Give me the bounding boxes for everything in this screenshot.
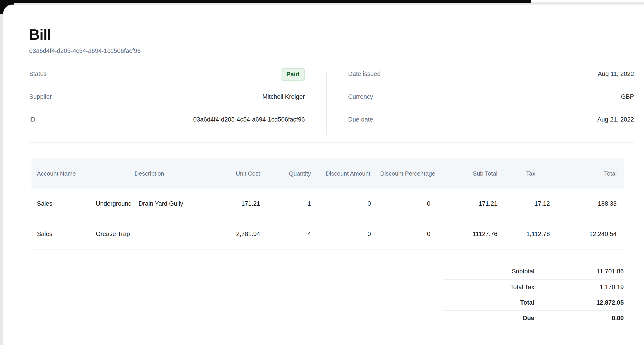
cell-tax: 17.12 — [504, 188, 557, 219]
total-tax-value: 1,170.19 — [534, 284, 624, 291]
subtotal-label: Subtotal — [443, 268, 534, 275]
date-issued-label: Date issued — [348, 70, 381, 78]
table-header-row: Account Name Description Unit Cost Quant… — [32, 158, 624, 188]
due-date-label: Due date — [348, 116, 373, 123]
status-label: Status — [29, 70, 47, 78]
total-tax-label: Total Tax — [443, 284, 534, 291]
divider-details-bottom — [29, 142, 634, 142]
supplier-value: Mitchell Kreiger — [262, 93, 305, 100]
cell-account-name: Sales — [32, 219, 96, 249]
bill-page: Bill 03a6d4f4-d205-4c54-a694-1cd506facf9… — [3, 4, 644, 345]
total-row: Total 12,872.05 — [443, 294, 624, 310]
col-header-sub-total: Sub Total — [438, 158, 504, 188]
cell-discount-amount: 0 — [318, 219, 378, 249]
total-label: Total — [443, 299, 534, 306]
col-header-unit-cost: Unit Cost — [203, 158, 267, 188]
total-value: 12,872.05 — [534, 299, 624, 306]
cell-unit-cost: 2,781.94 — [203, 219, 267, 249]
col-header-discount-percentage: Discount Percentage — [378, 158, 438, 188]
line-items-table: Account Name Description Unit Cost Quant… — [32, 158, 624, 250]
cell-discount-percentage: 0 — [378, 219, 438, 249]
status-badge: Paid — [281, 68, 305, 81]
col-header-discount-amount: Discount Amount — [318, 158, 378, 188]
cell-total: 12,240.54 — [557, 219, 624, 249]
date-issued-row: Date issued Aug 11, 2022 — [348, 70, 634, 93]
currency-row: Currency GBP — [348, 93, 634, 116]
cell-tax: 1,112.78 — [504, 219, 557, 249]
cell-discount-percentage: 0 — [378, 188, 438, 219]
date-issued-value: Aug 11, 2022 — [598, 70, 634, 78]
details-section: Status Paid Supplier Mitchell Kreiger ID… — [29, 64, 634, 142]
cell-discount-amount: 0 — [318, 188, 378, 219]
due-row: Due 0.00 — [443, 310, 624, 326]
cell-total: 188.33 — [557, 188, 624, 219]
totals-section: Subtotal 11,701.86 Total Tax 1,170.19 To… — [443, 264, 624, 326]
page-title: Bill — [29, 27, 634, 42]
cell-account-name: Sales — [32, 188, 96, 219]
id-row: ID 03a6d4f4-d205-4c54-a694-1cd506facf96 — [29, 116, 305, 139]
cell-sub-total: 11127.76 — [438, 219, 504, 249]
details-vertical-divider — [326, 72, 327, 135]
supplier-label: Supplier — [29, 93, 52, 100]
bill-id-subtitle: 03a6d4f4-d205-4c54-a694-1cd506facf96 — [29, 48, 634, 54]
col-header-quantity: Quantity — [267, 158, 318, 188]
subtotal-value: 11,701.86 — [534, 268, 624, 275]
bill-content: Bill 03a6d4f4-d205-4c54-a694-1cd506facf9… — [3, 4, 644, 326]
col-header-account-name: Account Name — [32, 158, 96, 188]
details-column-left: Status Paid Supplier Mitchell Kreiger ID… — [29, 70, 305, 139]
cell-sub-total: 171.21 — [438, 188, 504, 219]
due-date-row: Due date Aug 21, 2022 — [348, 116, 634, 139]
currency-label: Currency — [348, 93, 373, 100]
cell-description: Underground – Drain Yard Gully — [96, 188, 203, 219]
col-header-tax: Tax — [504, 158, 557, 188]
due-value: 0.00 — [534, 315, 624, 322]
id-label: ID — [29, 116, 35, 123]
col-header-total: Total — [557, 158, 624, 188]
cell-quantity: 4 — [267, 219, 318, 249]
supplier-row: Supplier Mitchell Kreiger — [29, 93, 305, 116]
cell-quantity: 1 — [267, 188, 318, 219]
due-label: Due — [443, 315, 534, 322]
cell-unit-cost: 171.21 — [203, 188, 267, 219]
table-row: Sales Grease Trap 2,781.94 4 0 0 11127.7… — [32, 219, 624, 249]
subtotal-row: Subtotal 11,701.86 — [443, 264, 624, 279]
currency-value: GBP — [621, 93, 634, 100]
id-value: 03a6d4f4-d205-4c54-a694-1cd506facf96 — [193, 116, 305, 123]
window-top-edge — [0, 0, 531, 3]
cell-description: Grease Trap — [96, 219, 203, 249]
col-header-description: Description — [96, 158, 203, 188]
details-column-right: Date issued Aug 11, 2022 Currency GBP Du… — [348, 70, 634, 139]
total-tax-row: Total Tax 1,170.19 — [443, 279, 624, 294]
status-row: Status Paid — [29, 70, 305, 93]
due-date-value: Aug 21, 2022 — [597, 116, 634, 123]
table-row: Sales Underground – Drain Yard Gully 171… — [32, 188, 624, 219]
